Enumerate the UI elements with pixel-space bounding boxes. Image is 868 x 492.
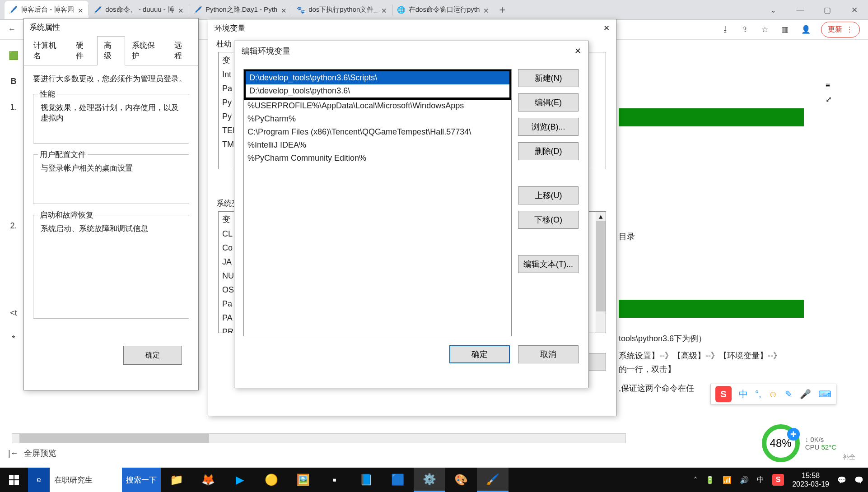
- ie-icon[interactable]: e: [28, 468, 50, 492]
- ok-button[interactable]: 确定: [449, 345, 510, 363]
- browser-tab[interactable]: 🖊️ Python之路,Day1 - Pyth ✕: [189, 1, 292, 19]
- browser-tab[interactable]: 🖊️ dos命令、 - duuuu - 博 ✕: [89, 1, 189, 19]
- browser-tab[interactable]: 🖊️ 博客后台 - 博客园 ✕: [5, 1, 89, 19]
- browser-tab[interactable]: 🐾 dos下执行python文件_ ✕: [292, 1, 392, 19]
- startup-text: 系统启动、系统故障和调试信息: [41, 223, 182, 234]
- scroll-thumb[interactable]: [19, 434, 209, 443]
- memory-ring[interactable]: 48% +: [762, 424, 800, 462]
- edit-text-button[interactable]: 编辑文本(T)...: [518, 255, 579, 273]
- ime-emoji-icon[interactable]: ☺: [769, 389, 778, 399]
- image-app-icon[interactable]: 🖼️: [287, 468, 319, 492]
- list-icon[interactable]: ≡: [826, 81, 832, 90]
- notification-icon[interactable]: 🗨️: [854, 476, 863, 484]
- app-icon[interactable]: 🟦: [382, 468, 414, 492]
- preview-footer[interactable]: |← 全屏预览: [8, 448, 56, 459]
- close-icon[interactable]: ✕: [574, 46, 581, 56]
- battery-icon[interactable]: 🔋: [705, 476, 714, 484]
- action-center-icon[interactable]: 💬: [837, 476, 846, 484]
- start-button[interactable]: [0, 468, 28, 492]
- ime-pen-icon[interactable]: ✎: [785, 389, 793, 399]
- path-list[interactable]: D:\develop_tools\python3.6\Scripts\ D:\d…: [243, 69, 512, 336]
- sogou-icon[interactable]: S: [715, 386, 732, 402]
- update-button[interactable]: 更新 ⋮: [821, 22, 860, 37]
- download-icon[interactable]: ⭳: [722, 25, 732, 35]
- close-icon[interactable]: ✕: [178, 7, 184, 13]
- chevron-down-icon[interactable]: ⌄: [760, 0, 787, 20]
- notes-icon[interactable]: 📘: [350, 468, 382, 492]
- paint-icon[interactable]: 🖌️: [477, 468, 509, 492]
- app-icon[interactable]: 🎨: [445, 468, 477, 492]
- explorer-icon[interactable]: 📁: [161, 468, 192, 492]
- close-icon[interactable]: ✕: [281, 7, 287, 13]
- ime-keyboard-icon[interactable]: ⌨: [818, 389, 831, 399]
- admin-note: 要进行大多数更改，您必须作为管理员登录。: [33, 74, 189, 84]
- delete-button[interactable]: 删除(D): [518, 142, 579, 160]
- annotation-box: D:\develop_tools\python3.6\Scripts\ D:\d…: [243, 69, 512, 100]
- kebab-icon: ⋮: [846, 25, 853, 34]
- ime-lang[interactable]: 中: [739, 388, 748, 400]
- wifi-icon[interactable]: 📶: [723, 476, 732, 484]
- rail-bold[interactable]: B: [7, 77, 20, 86]
- net-arrow-icon: ↕: [805, 436, 809, 443]
- move-up-button[interactable]: 上移(U): [518, 186, 579, 204]
- ime-mic-icon[interactable]: 🎤: [800, 389, 811, 399]
- list-item[interactable]: %USERPROFILE%\AppData\Local\Microsoft\Wi…: [244, 99, 511, 112]
- list-item[interactable]: %IntelliJ IDEA%: [244, 139, 511, 152]
- chrome-icon[interactable]: 🟡: [256, 468, 287, 492]
- new-tab-button[interactable]: +: [494, 4, 510, 16]
- ime-bar[interactable]: S 中 °, ☺ ✎ 🎤 ⌨: [710, 384, 836, 404]
- volume-icon[interactable]: 🔊: [740, 476, 749, 484]
- media-icon[interactable]: ▶: [224, 468, 256, 492]
- list-item[interactable]: C:\Program Files (x86)\Tencent\QQGameTem…: [244, 125, 511, 139]
- ime-lang-tray[interactable]: 中: [757, 475, 764, 485]
- ime-punct-icon[interactable]: °,: [755, 389, 761, 399]
- move-down-button[interactable]: 下移(O): [518, 211, 579, 229]
- new-button[interactable]: 新建(N): [518, 69, 579, 87]
- cancel-button[interactable]: 取消: [518, 345, 579, 363]
- browser-tab[interactable]: 🌐 在dos命令窗口运行pyth ✕: [392, 1, 495, 19]
- editor-horizontal-scrollbar[interactable]: [12, 433, 626, 443]
- list-item[interactable]: D:\develop_tools\python3.6\Scripts\: [246, 71, 509, 84]
- tray-chevron-icon[interactable]: ˄: [694, 476, 697, 484]
- star-icon[interactable]: ☆: [761, 25, 771, 35]
- scrollbar[interactable]: ▴: [596, 212, 606, 333]
- sogou-tray-icon[interactable]: S: [772, 474, 784, 486]
- clock[interactable]: 15:58 2023-03-19: [792, 471, 829, 488]
- minimize-icon[interactable]: —: [787, 0, 814, 20]
- back-icon[interactable]: ←: [8, 25, 18, 35]
- list-item[interactable]: %PyCharm Community Edition%: [244, 152, 511, 165]
- system-properties-dialog: 系统属性 计算机名 硬件 高级 系统保护 远程 要进行大多数更改，您必须作为管理…: [23, 18, 199, 390]
- tab-hardware[interactable]: 硬件: [69, 36, 97, 65]
- list-item[interactable]: %PyCharm%: [244, 112, 511, 125]
- rail-icon[interactable]: 🟩: [7, 51, 20, 60]
- tab-remote[interactable]: 远程: [168, 36, 196, 65]
- close-icon[interactable]: ✕: [841, 0, 868, 20]
- bg-bar: [619, 300, 804, 318]
- collapse-icon[interactable]: ⤢: [826, 95, 832, 104]
- terminal-icon[interactable]: ▪: [319, 468, 350, 492]
- tab-computer-name[interactable]: 计算机名: [27, 36, 69, 65]
- list-item[interactable]: D:\develop_tools\python3.6\: [246, 84, 509, 97]
- tab-advanced[interactable]: 高级: [97, 36, 125, 65]
- search-input[interactable]: [50, 468, 122, 492]
- ok-button[interactable]: 确定: [123, 346, 182, 365]
- scroll-up-icon[interactable]: ▴: [596, 212, 606, 221]
- edit-button[interactable]: 编辑(E): [518, 93, 579, 111]
- sidebar-icon[interactable]: ▥: [781, 25, 791, 35]
- app-icon[interactable]: 🦊: [192, 468, 224, 492]
- scroll-thumb[interactable]: [596, 221, 606, 311]
- close-icon[interactable]: ✕: [603, 23, 610, 33]
- maximize-icon[interactable]: ▢: [814, 0, 841, 20]
- settings-app-icon[interactable]: ⚙️: [414, 468, 445, 492]
- close-icon[interactable]: ✕: [483, 7, 490, 13]
- share-icon[interactable]: ⇪: [742, 25, 751, 35]
- plus-icon[interactable]: +: [787, 428, 800, 441]
- browse-button[interactable]: 浏览(B)...: [518, 118, 579, 136]
- system-monitor-widget[interactable]: 48% + ↕ 0K/s CPU 52°C: [762, 424, 836, 462]
- close-icon[interactable]: ✕: [78, 7, 84, 13]
- exit-icon[interactable]: |←: [8, 449, 19, 458]
- tab-protection[interactable]: 系统保护: [125, 36, 168, 65]
- search-button[interactable]: 搜索一下: [122, 468, 161, 492]
- close-icon[interactable]: ✕: [381, 7, 387, 13]
- profile-icon[interactable]: 👤: [801, 25, 811, 35]
